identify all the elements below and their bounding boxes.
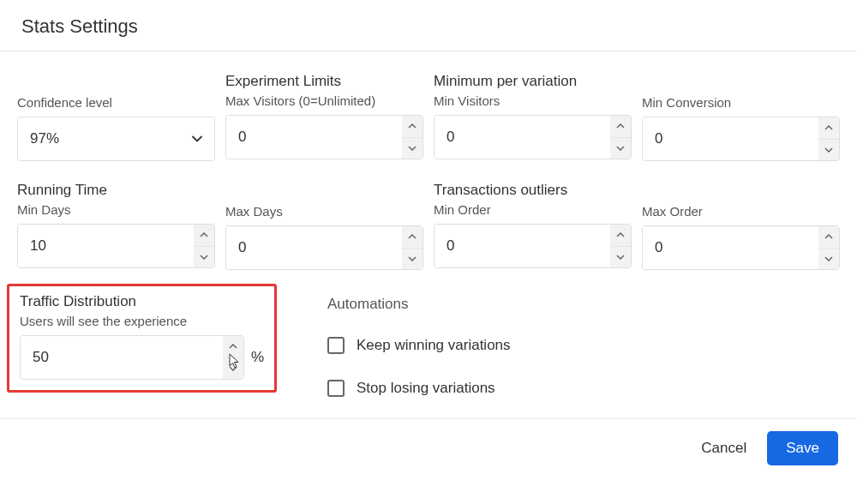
chevron-down-icon xyxy=(824,147,833,153)
chevron-down-icon xyxy=(192,134,202,144)
chevron-down-icon xyxy=(824,256,833,261)
min-order-value: 0 xyxy=(434,225,610,267)
min-conversion-input[interactable]: 0 xyxy=(642,117,840,161)
min-days-step-down[interactable] xyxy=(194,247,214,268)
chevron-down-icon xyxy=(229,366,237,371)
experiment-limits-title: Experiment Limits xyxy=(225,73,423,90)
chevron-up-icon xyxy=(408,123,417,129)
chevron-up-icon xyxy=(408,234,417,239)
max-order-value: 0 xyxy=(643,226,818,269)
min-days-value: 10 xyxy=(18,225,194,267)
min-visitors-step-down[interactable] xyxy=(610,138,631,159)
modal-footer: Cancel Save xyxy=(0,418,857,465)
chevron-up-icon xyxy=(229,344,237,349)
chevron-down-icon xyxy=(616,255,625,260)
min-order-label: Min Order xyxy=(434,202,632,217)
max-days-input[interactable]: 0 xyxy=(225,225,423,270)
page-title: Stats Settings xyxy=(21,15,836,38)
min-conversion-label: Min Conversion xyxy=(642,95,840,110)
modal-header: Stats Settings xyxy=(0,0,857,51)
chevron-down-icon xyxy=(408,146,417,151)
keep-winning-label: Keep winning variations xyxy=(357,337,511,354)
save-button[interactable]: Save xyxy=(767,431,838,465)
traffic-distribution-highlight: Traffic Distribution Users will see the … xyxy=(7,284,277,393)
traffic-step-down[interactable] xyxy=(223,358,243,380)
running-time-title: Running Time xyxy=(17,182,215,199)
chevron-up-icon xyxy=(824,234,833,239)
max-days-step-up[interactable] xyxy=(402,226,423,249)
min-days-step-up[interactable] xyxy=(194,225,214,247)
chevron-up-icon xyxy=(824,125,833,130)
automations-title: Automations xyxy=(327,296,840,313)
max-days-step-down[interactable] xyxy=(402,249,423,270)
traffic-distribution-input[interactable]: 50 xyxy=(20,335,244,380)
chevron-up-icon xyxy=(200,232,208,237)
min-order-step-down[interactable] xyxy=(610,247,631,268)
min-visitors-step-up[interactable] xyxy=(610,116,631,138)
confidence-level-select[interactable]: 97% xyxy=(17,117,215,161)
min-order-step-up[interactable] xyxy=(610,225,631,247)
keep-winning-checkbox[interactable] xyxy=(327,337,345,354)
traffic-distribution-value: 50 xyxy=(21,336,223,379)
chevron-up-icon xyxy=(616,232,625,237)
min-visitors-input[interactable]: 0 xyxy=(434,115,632,159)
max-visitors-value: 0 xyxy=(226,116,402,159)
transactions-outliers-title: Transactions outliers xyxy=(434,182,632,199)
min-days-input[interactable]: 10 xyxy=(17,224,215,268)
chevron-down-icon xyxy=(408,256,417,261)
form-area: Confidence level 97% Experiment Limits M… xyxy=(0,51,857,418)
traffic-step-up[interactable] xyxy=(223,336,243,358)
traffic-distribution-subtitle: Users will see the experience xyxy=(20,314,264,328)
max-visitors-step-down[interactable] xyxy=(402,138,423,159)
max-order-step-up[interactable] xyxy=(818,226,839,249)
stop-losing-label: Stop losing variations xyxy=(357,380,495,397)
min-visitors-value: 0 xyxy=(434,116,610,159)
percent-unit: % xyxy=(251,349,264,366)
traffic-distribution-title: Traffic Distribution xyxy=(20,293,264,310)
chevron-down-icon xyxy=(200,255,208,260)
min-conversion-value: 0 xyxy=(643,117,818,160)
min-per-variation-title: Minimum per variation xyxy=(434,73,632,90)
max-order-label: Max Order xyxy=(642,204,840,219)
chevron-down-icon xyxy=(616,146,625,151)
min-visitors-label: Min Visitors xyxy=(434,93,632,108)
chevron-up-icon xyxy=(616,123,625,129)
max-visitors-step-up[interactable] xyxy=(402,116,423,138)
max-order-step-down[interactable] xyxy=(818,249,839,270)
min-conversion-step-up[interactable] xyxy=(818,117,839,140)
min-days-label: Min Days xyxy=(17,202,215,217)
max-order-input[interactable]: 0 xyxy=(642,225,840,270)
max-visitors-input[interactable]: 0 xyxy=(225,115,423,159)
max-days-value: 0 xyxy=(226,226,402,269)
confidence-level-label: Confidence level xyxy=(17,95,215,110)
confidence-level-value: 97% xyxy=(30,130,59,147)
cancel-button[interactable]: Cancel xyxy=(698,431,750,465)
min-order-input[interactable]: 0 xyxy=(434,224,632,268)
max-days-label: Max Days xyxy=(225,204,423,219)
min-conversion-step-down[interactable] xyxy=(818,140,839,161)
max-visitors-label: Max Visitors (0=Unlimited) xyxy=(225,93,423,108)
stop-losing-checkbox[interactable] xyxy=(327,380,345,397)
